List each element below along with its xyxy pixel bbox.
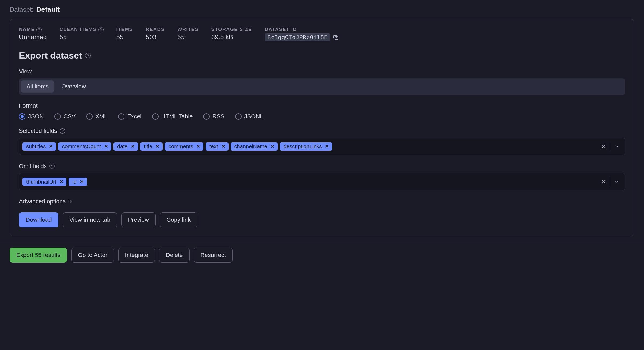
stat-reads: READS 503 [146, 27, 165, 41]
remove-tag-icon[interactable]: ✕ [103, 143, 109, 149]
stat-items: ITEMS 55 [116, 27, 133, 41]
advanced-options-label: Advanced options [19, 198, 66, 205]
stat-writes-value: 55 [178, 33, 199, 41]
stat-writes: WRITES 55 [178, 27, 199, 41]
tag-label: thumbnailUrl [26, 179, 56, 185]
view-new-tab-button[interactable]: View in new tab [63, 212, 117, 227]
selected-fields-input[interactable]: subtitles✕commentsCount✕date✕title✕comme… [19, 138, 625, 155]
remove-tag-icon[interactable]: ✕ [79, 179, 85, 185]
format-radio-xml[interactable]: XML [86, 113, 107, 120]
view-all-items[interactable]: All items [21, 80, 54, 93]
omit-fields-text: Omit fields [19, 163, 47, 170]
chevron-down-icon[interactable] [611, 141, 623, 152]
help-icon[interactable]: ? [36, 27, 42, 32]
tag-label: date [117, 143, 128, 150]
format-label: JSONL [244, 113, 263, 120]
format-label: RSS [212, 113, 224, 120]
radio-icon [86, 113, 93, 120]
selected-fields-text: Selected fields [19, 127, 57, 134]
stat-reads-label: READS [146, 27, 165, 32]
radio-icon [54, 113, 61, 120]
radio-icon [118, 113, 124, 120]
field-tag: channelName✕ [231, 142, 278, 151]
tag-label: id [72, 179, 77, 185]
go-to-actor-button[interactable]: Go to Actor [71, 248, 114, 263]
resurrect-button[interactable]: Resurrect [194, 248, 233, 263]
format-radio-rss[interactable]: RSS [203, 113, 224, 120]
stat-items-label: ITEMS [116, 27, 133, 32]
chevron-right-icon [68, 199, 73, 204]
format-label: HTML Table [161, 113, 193, 120]
stat-name: NAME? Unnamed [19, 27, 47, 41]
field-tag: text✕ [206, 142, 228, 151]
radio-icon [19, 113, 25, 120]
format-radio-jsonl[interactable]: JSONL [235, 113, 263, 120]
field-tag: descriptionLinks✕ [280, 142, 332, 151]
radio-icon [235, 113, 242, 120]
copy-icon[interactable] [333, 34, 339, 41]
chevron-down-icon[interactable] [611, 176, 623, 188]
view-segmented-control: All items Overview [19, 78, 625, 95]
view-label: View [19, 68, 625, 75]
page-header: Dataset: Default [0, 0, 644, 16]
stat-id-label: DATASET ID [265, 27, 339, 32]
format-radio-group: JSONCSVXMLExcelHTML TableRSSJSONL [19, 113, 625, 120]
remove-tag-icon[interactable]: ✕ [48, 143, 54, 149]
tag-label: comments [168, 143, 193, 150]
export-title: Export dataset ? [19, 50, 625, 61]
copy-link-button[interactable]: Copy link [160, 212, 197, 227]
format-radio-csv[interactable]: CSV [54, 113, 76, 120]
field-tag: title✕ [140, 142, 163, 151]
stat-storage: STORAGE SIZE 39.5 kB [211, 27, 252, 41]
remove-tag-icon[interactable]: ✕ [269, 143, 276, 149]
stat-storage-value: 39.5 kB [211, 33, 252, 41]
remove-tag-icon[interactable]: ✕ [154, 143, 160, 149]
export-card: NAME? Unnamed CLEAN ITEMS? 55 ITEMS 55 R… [10, 19, 634, 236]
field-tag: comments✕ [165, 142, 203, 151]
stat-storage-label: STORAGE SIZE [211, 27, 252, 32]
stat-name-label: NAME [19, 27, 35, 32]
stat-clean-value: 55 [60, 33, 104, 41]
field-tag: subtitles✕ [22, 142, 56, 151]
help-icon[interactable]: ? [60, 128, 65, 134]
integrate-button[interactable]: Integrate [118, 248, 155, 263]
dataset-prefix: Dataset: [10, 6, 33, 13]
help-icon[interactable]: ? [85, 53, 91, 58]
remove-tag-icon[interactable]: ✕ [324, 143, 330, 149]
advanced-options-toggle[interactable]: Advanced options [19, 198, 625, 205]
footer-bar: Export 55 results Go to Actor Integrate … [0, 242, 644, 269]
tag-label: descriptionLinks [284, 143, 322, 150]
remove-tag-icon[interactable]: ✕ [130, 143, 136, 149]
stat-dataset-id: DATASET ID Bc3gq0ToJPRz0il8F [265, 27, 339, 41]
remove-tag-icon[interactable]: ✕ [58, 179, 64, 185]
stat-name-value: Unnamed [19, 33, 47, 41]
format-label: CSV [64, 113, 76, 120]
tag-label: subtitles [26, 143, 46, 150]
radio-icon [152, 113, 159, 120]
remove-tag-icon[interactable]: ✕ [195, 143, 201, 149]
format-radio-html-table[interactable]: HTML Table [152, 113, 193, 120]
format-radio-excel[interactable]: Excel [118, 113, 142, 120]
clear-all-icon[interactable] [598, 176, 610, 188]
field-tag: id✕ [69, 178, 87, 186]
dataset-id-value: Bc3gq0ToJPRz0il8F [265, 33, 330, 41]
delete-button[interactable]: Delete [159, 248, 190, 263]
omit-fields-input[interactable]: thumbnailUrl✕id✕ [19, 173, 625, 190]
download-button[interactable]: Download [19, 212, 58, 227]
help-icon[interactable]: ? [98, 27, 104, 32]
dataset-name: Default [36, 5, 60, 14]
view-overview[interactable]: Overview [56, 80, 91, 93]
preview-button[interactable]: Preview [121, 212, 156, 227]
tag-label: commentsCount [62, 143, 101, 150]
clear-all-icon[interactable] [598, 141, 610, 152]
field-tag: thumbnailUrl✕ [22, 178, 66, 186]
remove-tag-icon[interactable]: ✕ [220, 143, 226, 149]
help-icon[interactable]: ? [49, 164, 55, 169]
format-label: Excel [127, 113, 142, 120]
export-results-button[interactable]: Export 55 results [10, 248, 67, 263]
format-radio-json[interactable]: JSON [19, 113, 44, 120]
export-buttons-row: Download View in new tab Preview Copy li… [19, 212, 625, 227]
stat-clean-items: CLEAN ITEMS? 55 [60, 27, 104, 41]
stats-row: NAME? Unnamed CLEAN ITEMS? 55 ITEMS 55 R… [19, 27, 625, 41]
format-label: JSON [28, 113, 44, 120]
